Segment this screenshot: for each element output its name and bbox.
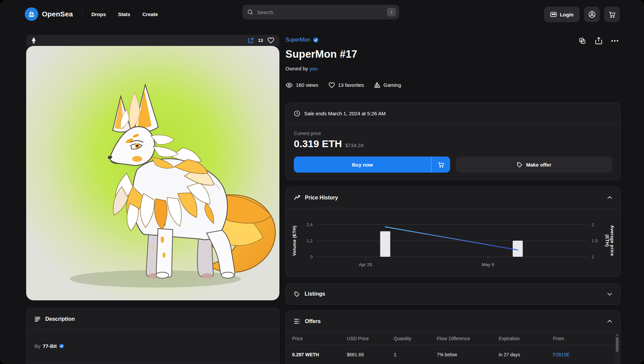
add-to-cart-button[interactable] xyxy=(431,157,450,173)
category-label: Gaming xyxy=(383,82,401,88)
listings-header[interactable]: Listings xyxy=(286,284,620,304)
col-usd-price: USD Price xyxy=(347,336,394,341)
chevron-down-icon[interactable] xyxy=(607,293,612,296)
col-floor-difference: Floor Difference xyxy=(437,336,499,341)
volume-bar xyxy=(380,231,390,257)
cart-icon xyxy=(608,11,616,18)
svg-text:1: 1 xyxy=(592,254,594,259)
svg-text:0: 0 xyxy=(310,254,313,259)
sale-panel: Sale ends March 1, 2024 at 5:26 AM Curre… xyxy=(285,103,621,180)
listings-panel: Listings xyxy=(285,283,621,305)
external-link-icon[interactable] xyxy=(248,37,254,44)
offers-scrollbar[interactable]: ▲ xyxy=(615,333,619,364)
svg-text:2: 2 xyxy=(592,222,594,227)
tag-icon xyxy=(294,291,300,297)
scroll-up-arrow-icon[interactable]: ▲ xyxy=(616,333,619,337)
share-icon[interactable] xyxy=(595,37,602,45)
scrollbar-thumb[interactable] xyxy=(616,337,619,352)
favorites-stat[interactable]: 13 favorites xyxy=(328,82,364,88)
description-panel: Description By 77-Bit xyxy=(26,308,279,364)
clock-icon xyxy=(294,110,300,117)
description-title: Description xyxy=(45,316,75,322)
offer-expiration: in 27 days xyxy=(499,352,553,357)
item-actions xyxy=(578,37,619,45)
current-price-label: Current price xyxy=(294,131,612,136)
price-history-panel: Price History 011.21.52.42Apr 25May 9Vol… xyxy=(285,187,621,277)
brand-group[interactable]: OpenSea Drops Stats Create xyxy=(25,7,158,21)
account-icon xyxy=(588,10,596,18)
col-quantity: Quantity xyxy=(394,336,437,341)
eye-icon xyxy=(285,82,293,88)
svg-text:Apr 25: Apr 25 xyxy=(359,262,372,267)
offers-panel: Offers Price USD Price Quantity Floor Di… xyxy=(285,310,621,364)
offers-title: Offers xyxy=(305,318,321,324)
description-header[interactable]: Description xyxy=(26,308,279,329)
price-history-header[interactable]: Price History xyxy=(286,187,620,208)
col-price: Price xyxy=(292,336,347,341)
nft-media-card: 13 xyxy=(26,35,279,300)
cart-icon xyxy=(437,161,444,168)
offers-header[interactable]: Offers xyxy=(286,311,620,332)
col-from: From xyxy=(553,336,613,341)
top-navbar: OpenSea Drops Stats Create / Login xyxy=(0,0,644,29)
category-stat: Gaming xyxy=(374,82,401,88)
col-expiration: Expiration xyxy=(499,336,553,341)
price-usd: $734.24 xyxy=(345,142,363,148)
search-bar[interactable]: / xyxy=(243,5,399,19)
price-history-chart: 011.21.52.42Apr 25May 9Volume (ETH)Avera… xyxy=(286,208,620,277)
owned-by-row: Owned by you xyxy=(285,66,318,71)
offer-usd-price: $681.69 xyxy=(347,352,394,357)
volume-bar xyxy=(513,241,523,257)
offer-floor-difference: 7% below xyxy=(437,352,499,357)
offers-table-header: Price USD Price Quantity Floor Differenc… xyxy=(286,332,620,345)
right-axis-label: Average price(ETH) xyxy=(605,225,615,256)
description-body: By 77-Bit xyxy=(26,330,279,362)
price-eth: 0.319 ETH xyxy=(294,138,342,149)
make-offer-button[interactable]: Make offer xyxy=(456,157,612,173)
search-input[interactable] xyxy=(257,9,387,15)
nav-item-stats[interactable]: Stats xyxy=(118,11,130,17)
listings-title: Listings xyxy=(305,291,325,297)
brand-name: OpenSea xyxy=(42,10,73,18)
nft-artwork[interactable] xyxy=(26,46,279,300)
offer-from-link[interactable]: F2815E xyxy=(553,352,613,357)
heart-icon[interactable] xyxy=(267,37,274,44)
views-label: 160 views xyxy=(296,82,318,88)
nav-item-create[interactable]: Create xyxy=(142,11,158,17)
buy-now-combo: Buy now xyxy=(294,157,450,173)
chevron-up-icon[interactable] xyxy=(607,320,612,323)
nav-item-drops[interactable]: Drops xyxy=(91,11,106,17)
verified-badge-icon xyxy=(313,37,319,43)
svg-text:2.4: 2.4 xyxy=(307,222,313,227)
trend-icon xyxy=(294,195,300,200)
cart-button[interactable] xyxy=(604,7,620,22)
opensea-page: OpenSea Drops Stats Create / Login xyxy=(0,0,644,364)
offer-row: 0.297 WETH $681.69 1 7% below in 27 days… xyxy=(286,345,620,364)
opensea-logo-icon[interactable] xyxy=(25,7,38,21)
eth-icon xyxy=(31,37,36,44)
owner-link[interactable]: you xyxy=(310,66,318,71)
owned-by-prefix: Owned by xyxy=(285,66,308,71)
more-options-icon[interactable] xyxy=(611,40,619,42)
login-button[interactable]: Login xyxy=(544,7,580,22)
offers-list-icon xyxy=(294,318,300,324)
author-name[interactable]: 77-Bit xyxy=(43,343,57,349)
sale-ends-text: Sale ends March 1, 2024 at 5:26 AM xyxy=(304,111,386,116)
left-axis-label: Volume (ETH) xyxy=(292,226,297,256)
account-button[interactable] xyxy=(584,7,600,22)
nav-menu: Drops Stats Create xyxy=(91,11,158,17)
item-details-column: SuperMon xyxy=(285,35,621,364)
views-stat: 160 views xyxy=(285,82,318,88)
make-offer-label: Make offer xyxy=(526,162,551,168)
divider xyxy=(26,362,279,363)
collection-link[interactable]: SuperMon xyxy=(285,37,310,43)
item-title: SuperMon #17 xyxy=(285,48,357,60)
heart-icon xyxy=(328,82,335,88)
svg-text:1.5: 1.5 xyxy=(592,238,598,243)
description-icon xyxy=(35,316,41,322)
nav-actions: Login xyxy=(544,7,620,22)
tag-icon xyxy=(517,162,523,168)
buy-now-button[interactable]: Buy now xyxy=(294,157,431,173)
deal-icon[interactable] xyxy=(578,37,586,45)
chevron-up-icon[interactable] xyxy=(607,196,612,199)
